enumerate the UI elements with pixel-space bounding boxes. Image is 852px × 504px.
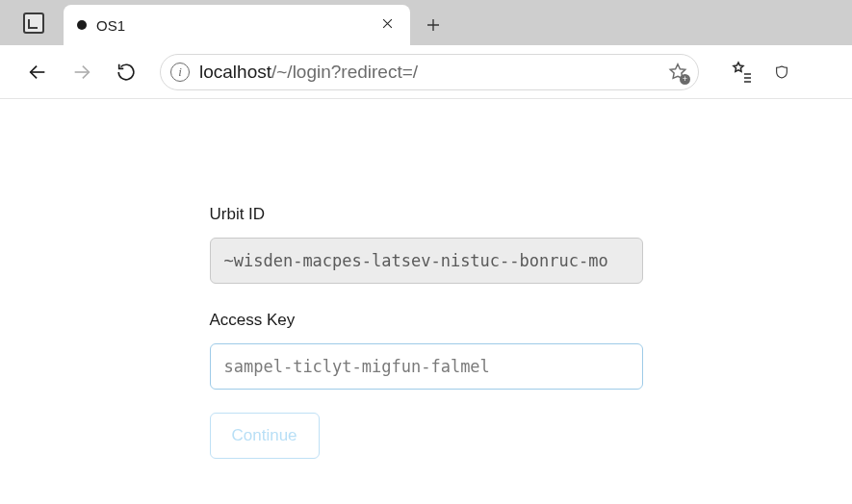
tab-loading-dot-icon xyxy=(77,20,87,30)
address-bar[interactable]: i localhost/~/login?redirect=/ + xyxy=(160,54,699,90)
browser-tab[interactable]: OS1 xyxy=(64,5,410,45)
close-icon[interactable] xyxy=(378,13,397,38)
sidebar-toggle-icon xyxy=(23,13,44,34)
shield-icon[interactable] xyxy=(774,60,789,85)
forward-button xyxy=(65,56,98,88)
new-tab-button[interactable] xyxy=(410,5,456,45)
site-info-icon[interactable]: i xyxy=(170,63,190,82)
add-favorite-icon[interactable]: + xyxy=(667,62,688,83)
favorites-list-icon[interactable] xyxy=(730,60,755,85)
continue-button[interactable]: Continue xyxy=(210,413,320,459)
toolbar-right-icons xyxy=(730,60,789,85)
tab-title: OS1 xyxy=(96,17,369,34)
reload-button[interactable] xyxy=(110,56,142,88)
urbit-id-field: ~wisden-macpes-latsev-nistuc--bonruc-mo xyxy=(210,238,643,284)
tab-strip: OS1 xyxy=(0,0,852,45)
browser-toolbar: i localhost/~/login?redirect=/ + xyxy=(0,45,852,99)
page-content: Urbit ID ~wisden-macpes-latsev-nistuc--b… xyxy=(0,99,852,459)
url-text: localhost/~/login?redirect=/ xyxy=(199,62,658,83)
login-form: Urbit ID ~wisden-macpes-latsev-nistuc--b… xyxy=(210,205,643,459)
urbit-id-label: Urbit ID xyxy=(210,205,643,224)
browser-chrome: OS1 i localhost/~/login?redirect=/ + xyxy=(0,0,852,99)
access-key-input[interactable] xyxy=(210,343,643,390)
back-button[interactable] xyxy=(21,56,54,88)
browser-app-icon[interactable] xyxy=(10,0,58,45)
access-key-label: Access Key xyxy=(210,311,643,330)
